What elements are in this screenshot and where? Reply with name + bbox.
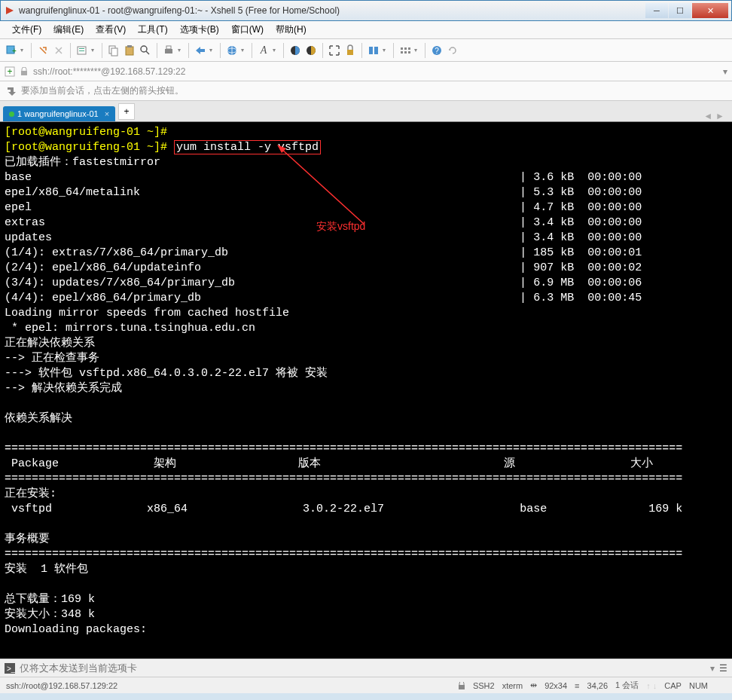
menu-icon[interactable]: ☰ [719, 663, 727, 674]
terminal-output[interactable]: [root@wangruifeng-01 ~]# [root@wangruife… [0, 122, 732, 659]
font-icon[interactable]: A [257, 44, 270, 57]
address-bar: + ssh://root:********@192.168.57.129:22 … [0, 62, 732, 81]
prompt: [root@wangruifeng-01 ~]# [5, 141, 167, 154]
color-scheme2-icon[interactable] [304, 44, 318, 57]
layout-icon[interactable] [367, 44, 380, 57]
separator [102, 43, 102, 58]
refresh-icon[interactable] [446, 44, 459, 57]
svg-text:?: ? [435, 47, 439, 55]
table-header: Package 架构 版本 源 大小 [5, 457, 653, 470]
dropdown-icon[interactable]: ▾ [710, 663, 715, 674]
menu-help[interactable]: 帮助(H) [270, 22, 313, 38]
address-text[interactable]: ssh://root:********@192.168.57.129:22 [33, 66, 718, 77]
help-icon[interactable]: ? [430, 44, 444, 57]
svg-text:+: + [7, 66, 12, 77]
reconnect-icon[interactable] [36, 44, 50, 57]
terminal-line: * epel: mirrors.tuna.tsinghua.edu.cn [5, 322, 255, 335]
copy-icon[interactable] [107, 44, 120, 57]
svg-rect-18 [347, 50, 353, 55]
separator [283, 43, 284, 58]
disconnect-icon[interactable] [52, 44, 66, 57]
maximize-button[interactable]: ☐ [669, 3, 691, 18]
menu-tab[interactable]: 选项卡(B) [174, 22, 225, 38]
dropdown-icon[interactable]: ▾ [20, 47, 26, 53]
table-row: vsftpd x86_64 3.0.2-22.el7 base 169 k [5, 503, 682, 515]
svg-rect-6 [111, 48, 117, 56]
view-icon[interactable] [398, 44, 412, 57]
tab-next-icon[interactable]: ► [715, 111, 724, 121]
dropdown-icon[interactable]: ▾ [178, 47, 184, 53]
separator [31, 43, 32, 58]
svg-text:+: + [12, 47, 17, 55]
dropdown-icon[interactable]: ▾ [414, 47, 420, 53]
svg-rect-23 [408, 47, 410, 50]
lock-icon[interactable] [343, 44, 357, 57]
add-session-icon[interactable]: + [5, 66, 15, 77]
paste-icon[interactable] [123, 44, 136, 57]
svg-line-32 [281, 148, 364, 224]
print-icon[interactable] [162, 44, 175, 57]
menu-tools[interactable]: 工具(T) [132, 22, 173, 38]
svg-line-10 [146, 51, 149, 54]
terminal-line: 总下载量：169 k [5, 593, 95, 606]
svg-rect-25 [404, 51, 407, 53]
tab-navigation: ◄ ► [699, 111, 729, 121]
lock-icon [458, 682, 465, 689]
tab-prev-icon[interactable]: ◄ [703, 111, 712, 121]
prompt: [root@wangruifeng-01 ~]# [5, 126, 167, 139]
terminal-line: Loading mirror speeds from cached hostfi… [5, 307, 289, 319]
status-sessions: 1 会话 [615, 680, 639, 691]
tab-close-icon[interactable]: × [105, 109, 109, 118]
terminal-line: 安装 1 软件包 [5, 563, 88, 576]
svg-rect-7 [126, 47, 133, 55]
separator [252, 43, 252, 58]
separator [361, 43, 362, 58]
size-icon: ⇹ [530, 680, 537, 690]
command-input[interactable] [20, 662, 706, 674]
find-icon[interactable] [139, 44, 152, 57]
menu-window[interactable]: 窗口(W) [225, 22, 270, 38]
add-tab-button[interactable]: + [118, 103, 135, 120]
minimize-button[interactable]: ─ [645, 3, 668, 18]
session-tab[interactable]: 1 wangruifenglinux-01 × [3, 106, 115, 121]
annotation-text: 安装vsftpd [316, 219, 365, 234]
menu-file[interactable]: 文件(F) [6, 22, 47, 38]
dropdown-icon[interactable]: ▾ [723, 66, 727, 77]
status-num: NUM [689, 681, 708, 690]
close-button[interactable]: ✕ [692, 3, 728, 18]
svg-rect-3 [79, 48, 84, 49]
separator [70, 43, 71, 58]
up-down-icon: ↑ ↓ [646, 681, 657, 690]
arrow-icon[interactable] [6, 86, 17, 96]
status-dot-icon [9, 112, 14, 117]
status-cap: CAP [664, 681, 682, 690]
color-scheme-icon[interactable] [288, 44, 302, 57]
svg-rect-12 [166, 46, 171, 49]
window-title: wangruifenglinux-01 - root@wangruifeng-0… [19, 5, 645, 16]
terminal-line: 依赖关系解决 [5, 412, 72, 425]
menu-view[interactable]: 查看(V) [90, 22, 132, 38]
status-ssh: SSH2 [473, 681, 495, 690]
terminal-line: 正在安装: [5, 488, 56, 500]
dropdown-icon[interactable]: ▾ [273, 47, 279, 53]
svg-rect-36 [459, 685, 465, 689]
status-bar: ssh://root@192.168.57.129:22 SSH2 xterm … [0, 677, 732, 693]
dropdown-icon[interactable]: ▾ [383, 47, 389, 53]
transfer-icon[interactable] [194, 44, 207, 57]
properties-icon[interactable] [75, 44, 89, 57]
toolbar: + ▾ ▾ ▾ ▾ ▾ A ▾ ▾ ▾ ? [0, 39, 732, 62]
dropdown-icon[interactable]: ▾ [209, 47, 215, 53]
fullscreen-icon[interactable] [328, 44, 341, 57]
pos-icon: ≡ [575, 681, 579, 690]
terminal-line: --> 正在检查事务 [5, 352, 99, 365]
separator [188, 43, 189, 58]
new-session-icon[interactable]: + [5, 44, 18, 57]
terminal-line: --> 解决依赖关系完成 [5, 382, 122, 395]
dropdown-icon[interactable]: ▾ [91, 47, 97, 53]
window-titlebar: wangruifenglinux-01 - root@wangruifeng-0… [0, 0, 732, 21]
dropdown-icon[interactable]: ▾ [241, 47, 247, 53]
terminal-line: 正在解决依赖关系 [5, 337, 95, 350]
menu-edit[interactable]: 编辑(E) [47, 22, 90, 38]
globe-icon[interactable] [225, 44, 239, 57]
svg-rect-24 [401, 51, 403, 53]
